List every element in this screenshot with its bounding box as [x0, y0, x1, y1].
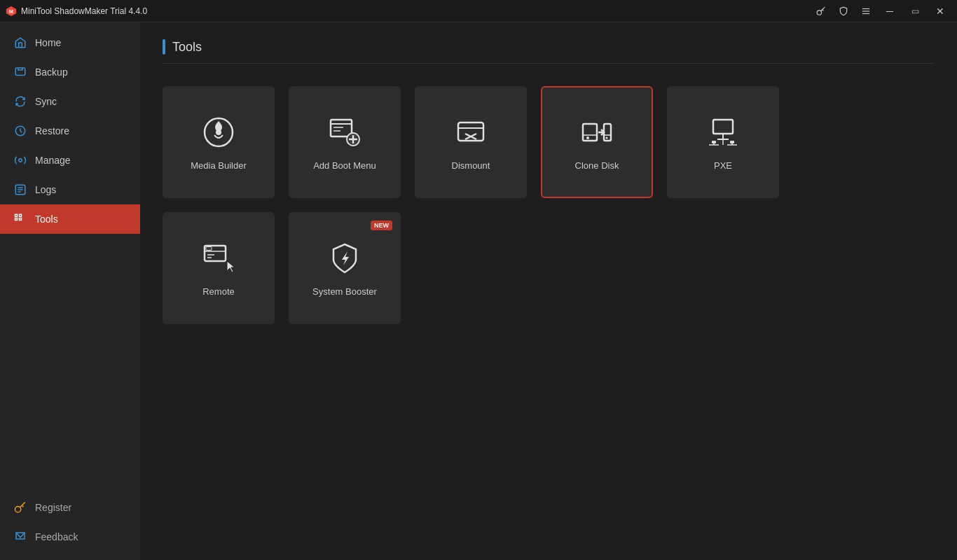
title-bar: M MiniTool ShadowMaker Trial 4.4.0 ─ ▭ ✕: [0, 0, 957, 22]
new-badge: NEW: [371, 220, 392, 230]
menu-icon-btn[interactable]: [856, 3, 876, 20]
pxe-icon: [705, 114, 741, 150]
remote-icon: [200, 240, 237, 276]
sidebar-item-register-label: Register: [35, 502, 71, 513]
sidebar-item-tools-label: Tools: [35, 214, 58, 225]
dismount-label: Dismount: [452, 160, 490, 171]
sidebar-item-backup[interactable]: Backup: [0, 57, 140, 87]
svg-rect-16: [20, 218, 22, 220]
key-icon-btn[interactable]: [811, 3, 831, 20]
page-title: Tools: [172, 40, 202, 55]
tool-card-media-builder[interactable]: Media Builder: [163, 86, 275, 198]
svg-point-19: [216, 130, 221, 135]
feedback-icon: [14, 531, 27, 543]
sidebar-item-feedback-label: Feedback: [35, 531, 78, 542]
tool-card-pxe[interactable]: PXE: [667, 86, 779, 198]
system-booster-icon: [326, 240, 363, 276]
maximize-button[interactable]: ▭: [904, 3, 926, 20]
content-area: Tools Media Builder: [140, 22, 957, 560]
app-logo-icon: M: [6, 6, 17, 17]
svg-rect-13: [15, 214, 18, 216]
tools-icon: [14, 213, 27, 225]
app-title: MiniTool ShadowMaker Trial 4.4.0: [21, 6, 147, 16]
tool-card-add-boot-menu[interactable]: Add Boot Menu: [289, 86, 401, 198]
logs-icon: [14, 183, 27, 196]
backup-icon: [14, 66, 27, 78]
manage-icon: [14, 154, 27, 167]
sidebar: Home Backup Sync Restore: [0, 22, 140, 560]
tool-card-dismount[interactable]: Dismount: [415, 86, 527, 198]
pxe-label: PXE: [714, 160, 732, 171]
sidebar-nav: Home Backup Sync Restore: [0, 22, 140, 493]
sidebar-item-home-label: Home: [35, 37, 61, 48]
register-icon: [14, 501, 27, 514]
clone-disk-icon: [579, 114, 615, 150]
svg-rect-6: [15, 68, 25, 76]
sidebar-item-manage[interactable]: Manage: [0, 146, 140, 175]
svg-point-36: [606, 136, 608, 139]
remote-label: Remote: [202, 286, 235, 297]
svg-rect-15: [15, 218, 18, 220]
home-icon: [14, 36, 27, 49]
add-boot-menu-icon: [326, 114, 363, 150]
svg-rect-27: [458, 122, 483, 141]
close-button[interactable]: ✕: [929, 3, 951, 20]
svg-rect-20: [331, 120, 352, 136]
minimize-button[interactable]: ─: [879, 3, 901, 20]
svg-rect-31: [583, 124, 597, 141]
tool-card-system-booster[interactable]: NEW System Booster: [289, 212, 401, 324]
media-builder-label: Media Builder: [191, 160, 247, 171]
add-boot-menu-label: Add Boot Menu: [313, 160, 376, 171]
sidebar-item-home[interactable]: Home: [0, 28, 140, 57]
svg-rect-45: [712, 141, 716, 144]
tool-card-clone-disk[interactable]: Clone Disk: [541, 86, 653, 198]
sidebar-item-logs-label: Logs: [35, 184, 56, 195]
svg-rect-46: [730, 141, 734, 144]
sidebar-item-tools[interactable]: Tools: [0, 204, 140, 234]
sidebar-item-feedback[interactable]: Feedback: [0, 522, 140, 552]
sidebar-item-register[interactable]: Register: [0, 493, 140, 522]
svg-point-8: [19, 159, 22, 162]
page-title-row: Tools: [163, 39, 935, 64]
app-logo: M MiniTool ShadowMaker Trial 4.4.0: [6, 6, 147, 17]
sidebar-item-logs[interactable]: Logs: [0, 175, 140, 204]
main-layout: Home Backup Sync Restore: [0, 22, 957, 560]
media-builder-icon: [200, 114, 237, 150]
sidebar-item-manage-label: Manage: [35, 155, 71, 166]
svg-text:M: M: [9, 9, 13, 14]
sidebar-item-restore-label: Restore: [35, 125, 69, 136]
clone-disk-label: Clone Disk: [575, 160, 619, 171]
tools-grid: Media Builder Add Boot Menu: [163, 86, 935, 324]
sidebar-item-sync[interactable]: Sync: [0, 87, 140, 116]
page-title-accent: [163, 39, 165, 55]
sidebar-item-backup-label: Backup: [35, 66, 68, 78]
sidebar-bottom: Register Feedback: [0, 493, 140, 560]
svg-rect-14: [20, 214, 22, 216]
sidebar-item-restore[interactable]: Restore: [0, 116, 140, 146]
window-controls: ─ ▭ ✕: [811, 3, 951, 20]
shield-icon-btn[interactable]: [834, 3, 853, 20]
system-booster-label: System Booster: [312, 286, 377, 297]
sync-icon: [14, 95, 27, 108]
sidebar-item-sync-label: Sync: [35, 96, 57, 107]
svg-point-33: [586, 136, 589, 139]
svg-rect-37: [713, 120, 733, 134]
svg-rect-49: [206, 246, 212, 250]
restore-icon: [14, 125, 27, 137]
tool-card-remote[interactable]: Remote: [163, 212, 275, 324]
dismount-icon: [453, 114, 489, 150]
